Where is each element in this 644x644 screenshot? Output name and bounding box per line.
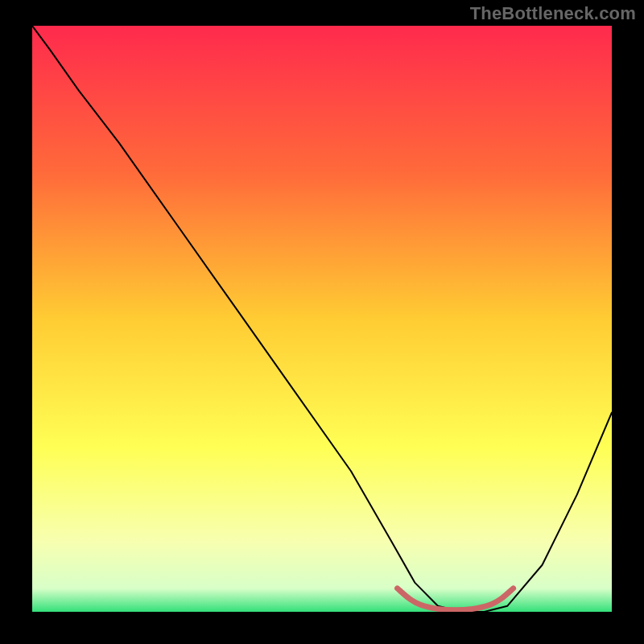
chart-frame: TheBottleneck.com [0,0,644,644]
plot-svg [32,26,612,612]
watermark-label: TheBottleneck.com [470,3,636,24]
plot-background [32,26,612,612]
plot-area [32,26,612,612]
